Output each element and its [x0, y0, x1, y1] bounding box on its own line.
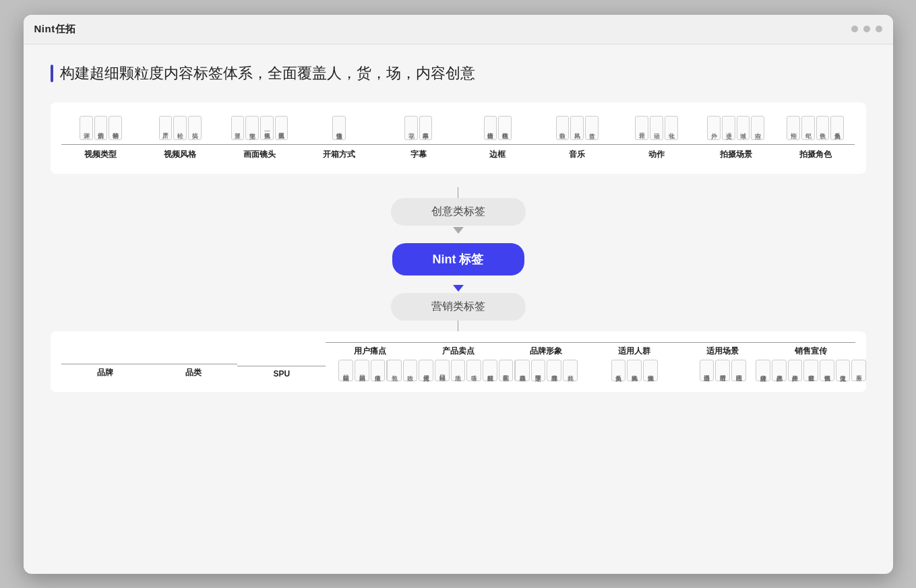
- marketing-category-label: 适用场景: [679, 342, 767, 357]
- marketing-tag-box: 服务: [851, 360, 866, 381]
- marketing-tag-box: 香味: [466, 360, 481, 381]
- marketing-tag-box: 季节限定: [531, 360, 546, 381]
- tag-box: 纯文字: [245, 116, 259, 140]
- creative-category-row: 测评情景剧种草营销视频类型严肃轻松搞笑视频风格竖屏纯文字第一视角第三视角画面镜头…: [61, 116, 855, 163]
- marketing-tag-box: 产品评价: [788, 360, 803, 381]
- category-label: 视频风格: [140, 144, 220, 160]
- marketing-group-8: 销售宣传品牌宣传产品优惠产品评价权威背书销售情况大促引流服务: [767, 342, 855, 381]
- tag-box: 风格: [570, 116, 584, 140]
- creative-group-5: 表情边框纯色边框边框: [458, 116, 537, 160]
- arrow-creative-to-nint: [453, 227, 464, 234]
- marketing-tag-box: 适用吃法: [731, 360, 746, 381]
- marketing-tag-box: 使用方式: [419, 360, 433, 381]
- tag-box: 果白字幕: [419, 116, 433, 140]
- dot-3: [876, 26, 882, 32]
- tag-box: 情景剧: [94, 116, 108, 140]
- marketing-tag-box: 品牌背书: [547, 360, 561, 381]
- category-label: 边框: [458, 144, 537, 160]
- tag-box: 歌曲: [556, 116, 570, 140]
- creative-group-9: 性别年纪肤色关系角色拍摄角色: [776, 116, 855, 160]
- tag-box: 音效: [585, 116, 599, 140]
- marketing-tag-box: 生活痛点: [371, 360, 386, 381]
- tag-box: 室内: [751, 116, 764, 140]
- tag-box: 户外: [707, 116, 721, 140]
- window-controls: [851, 26, 882, 32]
- main-window: Nint任拓 构建超细颗粒度内容标签体系，全面覆盖人，货，场，内容创意 测评情景…: [24, 15, 893, 574]
- tag-box: 花字: [404, 116, 418, 140]
- marketing-category-label: SPU: [237, 366, 326, 379]
- creative-group-2: 竖屏纯文字第一视角第三视角画面镜头: [220, 116, 299, 160]
- marketing-category-label: 品牌形象: [502, 342, 590, 357]
- marketing-tag-box: 质地: [451, 360, 466, 381]
- marketing-tag-box: 口味问题: [338, 360, 353, 381]
- marketing-tag-box: 口感口味: [435, 360, 450, 381]
- marketing-category-label: 产品卖点: [414, 342, 502, 357]
- marketing-tag-box: 口感问题: [355, 360, 369, 381]
- marketing-group-0: 品牌: [61, 364, 150, 381]
- marketing-tag-box: 品牌联名: [515, 360, 530, 381]
- tag-box: 性别: [787, 116, 800, 140]
- creative-group-3: 拆快递盒开箱方式: [299, 116, 379, 160]
- tag-box: 城市: [737, 116, 750, 140]
- arrow-nint-to-marketing: [453, 285, 464, 292]
- marketing-group-1: 品类: [149, 364, 237, 381]
- tag-box: 严肃: [159, 116, 173, 140]
- category-label: 开箱方式: [299, 144, 379, 160]
- marketing-group-7: 适用场景适用场合适用时节适用吃法: [679, 342, 767, 381]
- marketing-category-label: 销售宣传: [767, 342, 855, 357]
- connector-top: [458, 187, 458, 198]
- marketing-category-label: 用户痛点: [326, 342, 414, 357]
- tag-box: 关系角色: [830, 116, 844, 140]
- tag-box: 化妆: [665, 116, 678, 140]
- category-label: 拍摄场景: [696, 144, 776, 160]
- titlebar: Nint任拓: [24, 15, 893, 44]
- dot-2: [863, 26, 870, 32]
- marketing-tag-box: 大促引流: [836, 360, 851, 381]
- marketing-tag-box: 包装: [387, 360, 402, 381]
- marketing-category-row: 品牌品类SPU用户痛点口味问题口感问题生活痛点个人痛点产品卖点包装功效使用方式口…: [61, 342, 855, 381]
- creative-group-7: 开箱运动化妆动作: [617, 116, 696, 160]
- marketing-tag-box: 适用场合: [700, 360, 714, 381]
- marketing-tag-box: 权威背书: [803, 360, 818, 381]
- app-title: Nint任拓: [34, 23, 76, 36]
- category-label: 拍摄角色: [776, 144, 855, 160]
- creative-section: 测评情景剧种草营销视频类型严肃轻松搞笑视频风格竖屏纯文字第一视角第三视角画面镜头…: [51, 102, 866, 174]
- flow-container: 创意类标签 Nint 标签 营销类标签: [51, 187, 866, 331]
- tag-box: 交通: [722, 116, 735, 140]
- creative-group-1: 严肃轻松搞笑视频风格: [140, 116, 220, 160]
- marketing-category-label: 品牌: [61, 364, 150, 379]
- category-label: 画面镜头: [220, 144, 299, 160]
- marketing-tag-box: 销售情况: [820, 360, 834, 381]
- marketing-tag-box: 关系角色: [611, 360, 626, 381]
- creative-group-0: 测评情景剧种草营销视频类型: [61, 116, 141, 160]
- creative-group-6: 歌曲风格音效音乐: [537, 116, 617, 160]
- marketing-category-label: 适用人群: [590, 342, 679, 357]
- nint-label-bubble: Nint 标签: [392, 243, 524, 275]
- tag-box: 搞笑: [188, 116, 202, 140]
- marketing-tag-box: 功效: [403, 360, 418, 381]
- tag-box: 年纪: [801, 116, 815, 140]
- connector-bottom: [458, 321, 458, 331]
- marketing-section: 品牌品类SPU用户痛点口味问题口感问题生活痛点个人痛点产品卖点包装功效使用方式口…: [51, 331, 866, 392]
- marketing-tag-box: 产品优惠: [772, 360, 787, 381]
- tag-box: 测评: [80, 116, 93, 140]
- tag-box: 纯色边框: [498, 116, 512, 140]
- tag-box: 拆快递盒: [332, 116, 346, 140]
- category-label: 字幕: [379, 144, 458, 160]
- title-accent-bar: [51, 65, 53, 82]
- tag-box: 肤色: [816, 116, 830, 140]
- tag-box: 第一视角: [260, 116, 274, 140]
- page-title-text: 构建超细颗粒度内容标签体系，全面覆盖人，货，场，内容创意: [60, 63, 475, 84]
- tag-box: 种草营销: [109, 116, 122, 140]
- creative-label-bubble: 创意类标签: [391, 198, 526, 226]
- marketing-tag-box: 成分配料: [483, 360, 497, 381]
- marketing-category-label: 品类: [149, 364, 237, 379]
- marketing-tag-box: 其他: [563, 360, 578, 381]
- marketing-group-2: SPU: [237, 366, 326, 381]
- marketing-label-bubble: 营销类标签: [391, 293, 526, 321]
- tag-box: 第三视角: [275, 116, 288, 140]
- marketing-group-5: 品牌形象品牌联名季节限定品牌背书其他: [502, 342, 590, 381]
- marketing-group-6: 适用人群关系角色人物风格人物属性: [590, 342, 679, 381]
- tag-box: 开箱: [635, 116, 648, 140]
- tag-box: 表情边框: [484, 116, 497, 140]
